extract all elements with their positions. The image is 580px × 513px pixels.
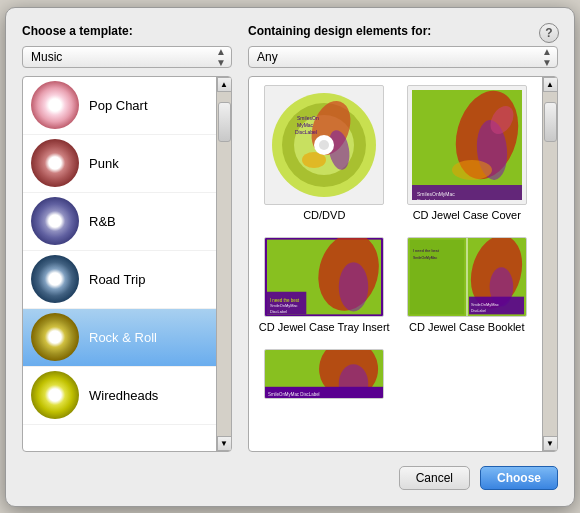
grid-item-cd-spine[interactable]: SmileOnMyMac DiscLabel <box>257 349 392 399</box>
thumb-pop <box>31 81 79 129</box>
svg-point-14 <box>452 160 492 180</box>
scroll-up-btn[interactable]: ▲ <box>217 77 232 92</box>
label-pop: Pop Chart <box>89 98 148 113</box>
svg-point-7 <box>319 140 329 150</box>
grid-label-cd-booklet: CD Jewel Case Booklet <box>409 321 525 333</box>
right-panel-label: Containing design elements for: <box>248 24 431 38</box>
grid-label-cd-jewel-cover: CD Jewel Case Cover <box>413 209 521 221</box>
grid-label-cd-dvd: CD/DVD <box>303 209 345 221</box>
template-list-scroll[interactable]: Pop Chart Punk R&B Road Trip <box>23 77 216 451</box>
svg-text:SmileOnMyMac: SmileOnMyMac <box>413 256 438 260</box>
svg-text:I need the best: I need the best <box>413 248 440 253</box>
grid-item-cd-dvd[interactable]: SmilesOn MyMac DiscLabel CD/DVD <box>257 85 392 221</box>
svg-text:SmilesOn: SmilesOn <box>297 115 319 121</box>
list-item-wiredheads[interactable]: Wiredheads <box>23 367 216 425</box>
template-category-select[interactable]: Music <box>22 46 232 68</box>
grid-label-cd-tray: CD Jewel Case Tray Insert <box>259 321 390 333</box>
grid-row-1: SmilesOn MyMac DiscLabel CD/DVD <box>257 85 534 221</box>
template-grid-scroll[interactable]: SmilesOn MyMac DiscLabel CD/DVD <box>249 77 542 451</box>
svg-text:DiscLabel: DiscLabel <box>270 309 287 314</box>
list-item-rockroll[interactable]: Rock & Roll <box>23 309 216 367</box>
svg-text:SmileOnMyMac: SmileOnMyMac <box>471 302 499 307</box>
list-item-pop[interactable]: Pop Chart <box>23 77 216 135</box>
svg-text:SmileOnMyMac: SmileOnMyMac <box>270 303 298 308</box>
svg-text:DiscLabel: DiscLabel <box>471 309 486 313</box>
thumb-cd-spine: SmileOnMyMac DiscLabel <box>264 349 384 399</box>
grid-item-cd-tray[interactable]: I need the best SmileOnMyMac DiscLabel C… <box>257 237 392 333</box>
design-elements-select-container: Any ▲▼ <box>248 46 558 68</box>
grid-row-3: SmileOnMyMac DiscLabel <box>257 349 534 399</box>
label-roadtrip: Road Trip <box>89 272 145 287</box>
svg-text:DiscLabel: DiscLabel <box>295 129 317 135</box>
grid-row-2: I need the best SmileOnMyMac DiscLabel C… <box>257 237 534 333</box>
right-scroll-up-btn[interactable]: ▲ <box>543 77 558 92</box>
thumb-rockroll <box>31 313 79 361</box>
right-scroll-thumb-area <box>543 92 557 436</box>
list-item-rb[interactable]: R&B <box>23 193 216 251</box>
scroll-thumb-area <box>217 92 231 436</box>
list-item-roadtrip[interactable]: Road Trip <box>23 251 216 309</box>
template-grid-container: SmilesOn MyMac DiscLabel CD/DVD <box>248 76 558 452</box>
svg-text:SmilesOnMyMac: SmilesOnMyMac <box>417 191 455 197</box>
right-scroll-down-btn[interactable]: ▼ <box>543 436 558 451</box>
thumb-cd-booklet: SmileOnMyMac DiscLabel I need the best S… <box>407 237 527 317</box>
grid-item-cd-booklet[interactable]: SmileOnMyMac DiscLabel I need the best S… <box>400 237 535 333</box>
right-scroll-thumb[interactable] <box>544 102 557 142</box>
svg-text:I need the best: I need the best <box>270 297 300 302</box>
grid-item-empty <box>400 349 535 399</box>
svg-text:DiscLabel: DiscLabel <box>417 198 435 200</box>
thumb-wiredheads <box>31 371 79 419</box>
thumb-rb <box>31 197 79 245</box>
thumb-cd-dvd: SmilesOn MyMac DiscLabel <box>264 85 384 205</box>
dialog-bottom: Cancel Choose <box>22 462 558 490</box>
template-chooser-dialog: Choose a template: Music ▲▼ Pop Chart <box>5 7 575 507</box>
label-punk: Punk <box>89 156 119 171</box>
template-category-select-container: Music ▲▼ <box>22 46 232 68</box>
label-rb: R&B <box>89 214 116 229</box>
thumb-cd-jewel-cover: SmilesOnMyMac DiscLabel <box>407 85 527 205</box>
svg-text:MyMac: MyMac <box>297 122 314 128</box>
thumb-punk <box>31 139 79 187</box>
label-wiredheads: Wiredheads <box>89 388 158 403</box>
list-item-punk[interactable]: Punk <box>23 135 216 193</box>
choose-button[interactable]: Choose <box>480 466 558 490</box>
scroll-thumb[interactable] <box>218 102 231 142</box>
template-list-container: Pop Chart Punk R&B Road Trip <box>22 76 232 452</box>
label-rockroll: Rock & Roll <box>89 330 157 345</box>
scroll-down-btn[interactable]: ▼ <box>217 436 232 451</box>
thumb-roadtrip <box>31 255 79 303</box>
right-scrollbar[interactable]: ▲ ▼ <box>542 77 557 451</box>
design-elements-select[interactable]: Any <box>248 46 558 68</box>
svg-text:SmileOnMyMac DiscLabel: SmileOnMyMac DiscLabel <box>268 391 320 396</box>
svg-point-22 <box>339 262 369 311</box>
left-scrollbar[interactable]: ▲ ▼ <box>216 77 231 451</box>
left-panel-label: Choose a template: <box>22 24 232 38</box>
right-panel: Containing design elements for: ? Any ▲▼ <box>248 24 558 452</box>
left-panel: Choose a template: Music ▲▼ Pop Chart <box>22 24 232 452</box>
cancel-button[interactable]: Cancel <box>399 466 470 490</box>
grid-item-cd-jewel-cover[interactable]: SmilesOnMyMac DiscLabel CD Jewel Case Co… <box>400 85 535 221</box>
thumb-cd-tray: I need the best SmileOnMyMac DiscLabel <box>264 237 384 317</box>
help-button[interactable]: ? <box>539 23 559 43</box>
